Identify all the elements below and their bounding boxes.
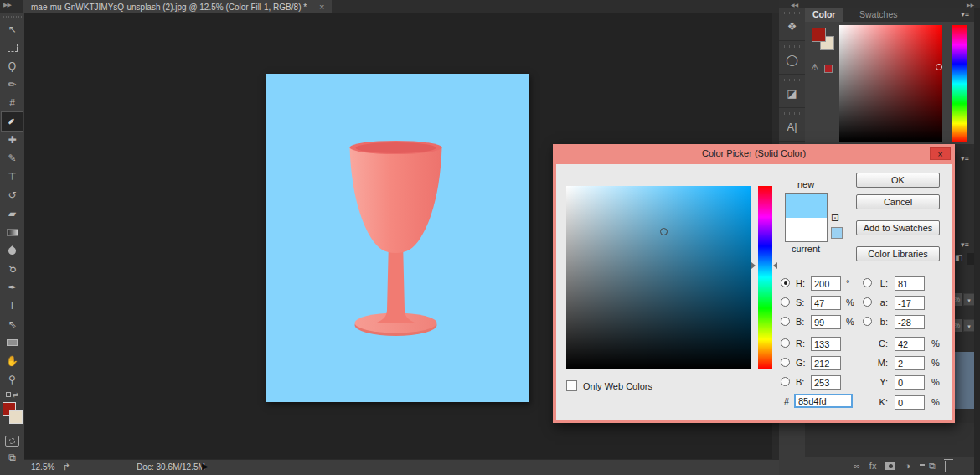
dialog-close-button[interactable]: ×	[930, 147, 951, 160]
shape-tool-icon[interactable]	[2, 333, 23, 352]
move-tool-icon[interactable]: ↖	[2, 20, 23, 39]
history-panel-icon[interactable]: ❖	[779, 18, 805, 35]
field-g-radio[interactable]	[781, 358, 790, 367]
healing-brush-tool-icon[interactable]: ✚	[2, 131, 23, 149]
layer-lock-icon[interactable]: ◧	[955, 253, 962, 262]
field-bb-input[interactable]	[895, 315, 925, 329]
tab-close-icon[interactable]: ×	[319, 2, 324, 12]
type-tool-icon[interactable]: T	[2, 297, 23, 315]
field-g-input[interactable]	[811, 356, 841, 370]
field-l-input[interactable]	[895, 276, 925, 291]
crop-tool-icon[interactable]: #	[2, 94, 23, 112]
gradient-tool-icon[interactable]	[2, 223, 23, 241]
add-to-swatches-button[interactable]: Add to Swatches	[856, 220, 940, 235]
path-selection-tool-icon[interactable]: ⇖	[2, 315, 23, 333]
color-field-marker[interactable]	[660, 228, 668, 235]
history-brush-tool-icon[interactable]: ↺	[2, 186, 23, 204]
selected-layer-row[interactable]	[952, 352, 974, 409]
properties-panel-menu-icon[interactable]: ▾≡	[961, 154, 969, 163]
panel-menu-icon[interactable]: ▾≡	[961, 10, 969, 18]
screen-mode-button[interactable]: ⧉	[0, 452, 24, 463]
collapse-arrows-icon[interactable]: ▶▶	[3, 2, 11, 8]
field-b2-radio[interactable]	[781, 377, 790, 386]
field-y-input[interactable]	[895, 375, 925, 390]
field-k-input[interactable]	[895, 395, 925, 410]
tools-grip[interactable]	[3, 16, 22, 18]
hand-tool-icon[interactable]: ✋	[2, 352, 23, 370]
canvas[interactable]	[266, 74, 529, 402]
field-h-radio[interactable]	[781, 278, 790, 287]
gamut-safe-swatch[interactable]	[824, 65, 833, 73]
add-layer-mask-icon[interactable]	[885, 462, 895, 470]
field-b-radio[interactable]	[781, 317, 790, 326]
field-c-input[interactable]	[895, 337, 925, 351]
adjustment-layer-icon[interactable]: ◑	[905, 462, 910, 471]
panel-saturation-square[interactable]	[839, 25, 942, 142]
default-swap-colors[interactable]: ⇄	[0, 389, 24, 400]
dropdown-arrow-icon[interactable]: ▾	[963, 293, 975, 306]
quick-selection-tool-icon[interactable]: ✏	[2, 75, 23, 94]
dropdown-arrow-icon[interactable]: ▾	[963, 319, 975, 332]
eyedropper-tool-icon[interactable]: ✒	[2, 112, 23, 131]
brush-tool-icon[interactable]: ✎	[2, 149, 23, 168]
document-size-info[interactable]: Doc: 30.6M/12.5M	[100, 462, 242, 472]
field-h-input[interactable]	[811, 276, 841, 291]
tab-swatches[interactable]: Swatches	[852, 8, 905, 22]
hue-slider-marker-right[interactable]	[773, 262, 777, 269]
color-swatch-control[interactable]	[1, 402, 23, 431]
field-bb-radio[interactable]	[863, 317, 872, 326]
layer-fill-dropdown[interactable]: % ▾	[952, 319, 975, 332]
quick-mask-button[interactable]	[5, 436, 19, 447]
new-current-swatch[interactable]	[785, 193, 828, 242]
status-menu-arrow-icon[interactable]: ▶	[202, 462, 209, 471]
field-r-input[interactable]	[811, 337, 841, 351]
web-gamut-cube-icon[interactable]: ⚀	[831, 213, 839, 224]
panel-foreground-swatch[interactable]	[812, 28, 826, 42]
background-color-swatch[interactable]	[9, 410, 23, 424]
current-color-swatch[interactable]	[786, 218, 827, 242]
export-icon[interactable]: ↱	[63, 462, 70, 472]
lasso-tool-icon[interactable]: Ϙ	[2, 57, 23, 75]
websafe-color-swatch[interactable]	[831, 227, 843, 239]
only-web-colors-checkbox[interactable]	[566, 380, 577, 391]
new-layer-icon[interactable]: ⧉	[929, 462, 936, 471]
document-tab[interactable]: mae-mu-GnWKTJIMYsQ-unsplash (2).jpg @ 12…	[23, 0, 332, 13]
cancel-button[interactable]: Cancel	[856, 194, 940, 209]
pen-tool-icon[interactable]: ✒	[2, 278, 23, 297]
hue-slider[interactable]	[758, 186, 772, 369]
hex-color-input[interactable]	[794, 394, 853, 408]
marquee-tool-icon[interactable]	[2, 39, 23, 57]
blur-tool-icon[interactable]	[2, 241, 23, 260]
delete-layer-icon[interactable]	[945, 462, 946, 471]
ok-button[interactable]: OK	[856, 173, 940, 188]
zoom-tool-icon[interactable]: ⚲	[2, 370, 23, 389]
field-a-radio[interactable]	[863, 297, 872, 307]
clone-source-panel-icon[interactable]: ◪	[779, 85, 805, 102]
character-panel-icon[interactable]: A|	[779, 119, 805, 136]
saturation-brightness-field[interactable]	[566, 186, 751, 369]
dock-collapse-left-icon[interactable]: ◀◀	[791, 2, 798, 8]
hue-slider-marker-left[interactable]	[751, 262, 756, 269]
gamut-warning-icon[interactable]: ⚠	[811, 62, 819, 73]
eraser-tool-icon[interactable]: ▰	[2, 204, 23, 223]
field-s-radio[interactable]	[781, 297, 790, 307]
field-r-radio[interactable]	[781, 338, 790, 348]
dodge-tool-icon[interactable]: ⚲	[2, 260, 23, 278]
panel-hue-ramp[interactable]	[952, 25, 967, 142]
field-b2-input[interactable]	[811, 375, 841, 390]
field-m-input[interactable]	[895, 356, 925, 370]
layer-style-fx-icon[interactable]: fx	[869, 462, 877, 471]
color-libraries-button[interactable]: Color Libraries	[856, 246, 940, 261]
field-b-input[interactable]	[811, 315, 841, 329]
tab-color[interactable]: Color	[805, 8, 843, 22]
field-l-radio[interactable]	[863, 278, 872, 287]
zoom-level-field[interactable]: 12.5%	[31, 462, 54, 472]
layer-opacity-dropdown[interactable]: % ▾	[952, 293, 975, 306]
field-a-input[interactable]	[895, 296, 925, 310]
link-layers-icon[interactable]: ∞	[854, 462, 860, 471]
libraries-panel-icon[interactable]: ◯	[779, 52, 805, 69]
field-s-input[interactable]	[811, 296, 841, 310]
layers-panel-menu-icon[interactable]: ▾≡	[961, 240, 969, 249]
clone-stamp-tool-icon[interactable]: ⊤	[2, 168, 23, 186]
dock-collapse-right-icon[interactable]: ▶▶	[967, 2, 974, 8]
